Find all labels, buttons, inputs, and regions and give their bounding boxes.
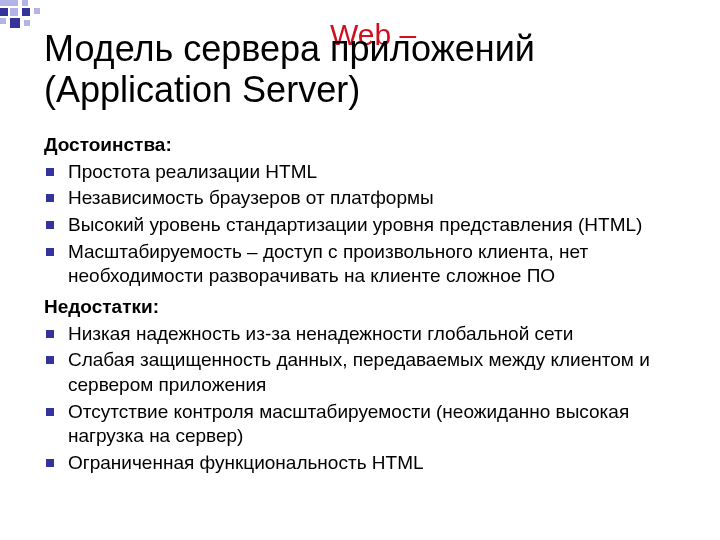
list-item: Независимость браузеров от платформы: [44, 186, 680, 211]
advantages-list: Простота реализации HTML Независимость б…: [44, 160, 680, 289]
title-line-2: (Application Server): [44, 69, 360, 110]
list-item: Масштабируемость – доступ с произвольног…: [44, 240, 680, 289]
section-heading-disadvantages: Недостатки:: [44, 295, 680, 319]
list-item: Низкая надежность из-за ненадежности гло…: [44, 322, 680, 347]
disadvantages-list: Низкая надежность из-за ненадежности гло…: [44, 322, 680, 476]
list-item: Простота реализации HTML: [44, 160, 680, 185]
slide-title: Модель сервера приложений (Application S…: [44, 28, 680, 111]
list-item: Ограниченная функциональность HTML: [44, 451, 680, 476]
title-line-1: Модель сервера приложений: [44, 28, 535, 69]
slide-content: Модель сервера приложений (Application S…: [44, 28, 680, 520]
list-item: Отсутствие контроля масштабируемости (не…: [44, 400, 680, 449]
list-item: Высокий уровень стандартизации уровня пр…: [44, 213, 680, 238]
section-advantages: Достоинства: Простота реализации HTML Не…: [44, 133, 680, 289]
list-item: Слабая защищенность данных, передаваемых…: [44, 348, 680, 397]
section-disadvantages: Недостатки: Низкая надежность из-за нена…: [44, 295, 680, 476]
section-heading-advantages: Достоинства:: [44, 133, 680, 157]
